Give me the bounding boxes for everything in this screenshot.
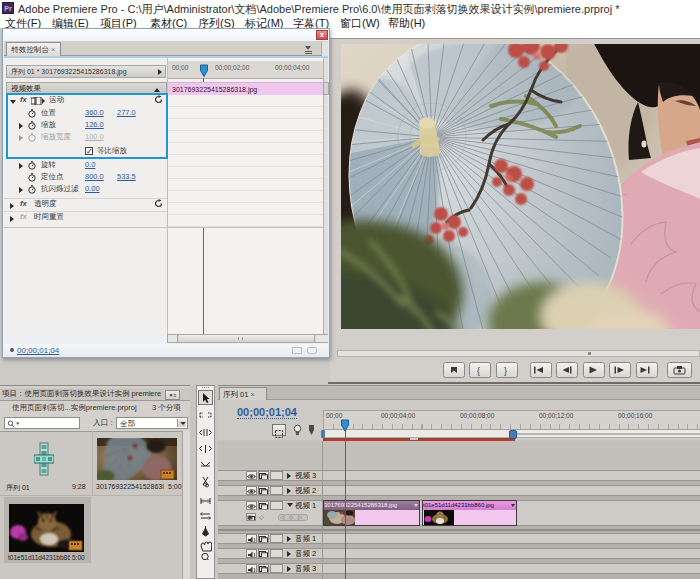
svg-text:{: { [477,366,480,376]
svg-text:}: } [504,366,507,376]
